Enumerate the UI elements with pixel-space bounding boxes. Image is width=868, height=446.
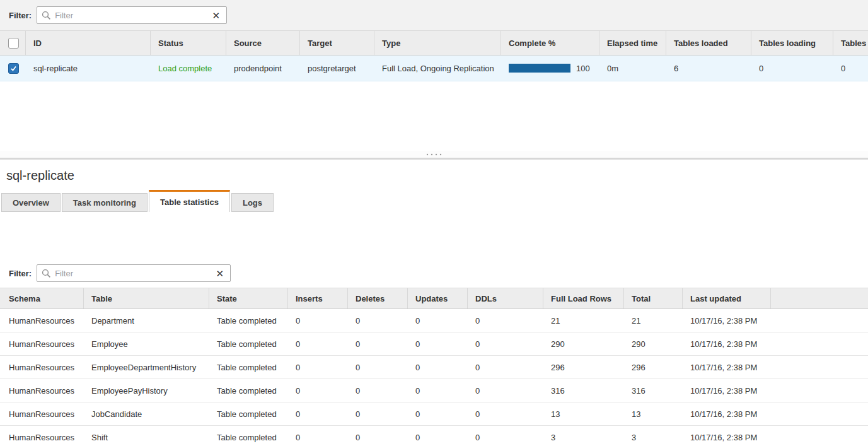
cell-total: 3 [623,433,682,442]
dms-console: Filter: ✕ ID Status Source Target Type C… [0,0,868,446]
detail-tabs: Overview Task monitoring Table statistic… [0,190,868,212]
tab-content-gap [0,212,868,259]
cell-state: Table completed [209,339,287,349]
task-complete-cell: 100 [501,64,599,73]
search-icon [42,11,51,20]
column-header-state[interactable]: State [209,288,287,308]
column-header-schema[interactable]: Schema [0,288,83,308]
tasks-filter-clear-icon[interactable]: ✕ [206,11,227,20]
cell-schema: HumanResources [0,316,83,326]
table-row[interactable]: HumanResources Employee Table completed … [0,332,868,356]
cell-ddls: 0 [467,316,543,326]
column-header-total[interactable]: Total [623,288,682,308]
task-type: Full Load, Ongoing Replication [374,64,501,73]
stats-filter-clear-icon[interactable]: ✕ [210,269,231,278]
table-row[interactable]: HumanResources Shift Table completed 0 0… [0,426,868,446]
task-source: prodendpoint [226,64,299,73]
progress-bar [509,64,570,73]
splitter-handle-icon [426,153,443,156]
tab-table-statistics[interactable]: Table statistics [149,190,230,212]
tab-logs[interactable]: Logs [231,193,274,212]
cell-schema: HumanResources [0,363,83,372]
tasks-filter-box: ✕ [37,6,227,24]
cell-inserts: 0 [287,363,347,372]
select-all-checkbox[interactable] [8,38,19,49]
detail-title: sql-replicate [0,160,868,190]
cell-full-load-rows: 316 [543,386,623,396]
task-tables-loaded: 6 [666,64,751,73]
task-row[interactable]: sql-replicate Load complete prodendpoint… [0,56,868,81]
column-header-tables-loaded[interactable]: Tables loaded [666,31,751,55]
table-row[interactable]: HumanResources Department Table complete… [0,309,868,332]
column-header-empty [770,288,868,308]
row-checkbox-cell [0,63,25,74]
column-header-updates[interactable]: Updates [407,288,467,308]
column-header-complete[interactable]: Complete % [501,31,599,55]
cell-deletes: 0 [347,339,407,349]
tasks-filter-bar: Filter: ✕ [0,0,868,30]
column-header-source[interactable]: Source [226,31,299,55]
column-header-id[interactable]: ID [25,31,150,55]
column-header-type[interactable]: Type [374,31,501,55]
cell-deletes: 0 [347,363,407,372]
cell-deletes: 0 [347,316,407,326]
column-header-status[interactable]: Status [150,31,226,55]
pane-splitter[interactable] [0,151,868,160]
column-header-ddls[interactable]: DDLs [467,288,543,308]
search-icon [42,269,51,278]
row-checkbox[interactable] [8,63,19,74]
cell-ddls: 0 [467,363,543,372]
task-elapsed-time: 0m [599,64,666,73]
tab-task-monitoring[interactable]: Task monitoring [62,193,148,212]
column-header-elapsed-time[interactable]: Elapsed time [599,31,666,55]
check-icon [10,65,17,72]
stats-filter-input[interactable] [51,269,209,278]
cell-full-load-rows: 290 [543,339,623,349]
cell-updates: 0 [407,409,467,419]
tab-overview[interactable]: Overview [1,193,61,212]
cell-table: Employee [83,339,209,349]
table-row[interactable]: HumanResources JobCandidate Table comple… [0,402,868,426]
column-header-deletes[interactable]: Deletes [347,288,407,308]
cell-ddls: 0 [467,433,543,442]
cell-total: 296 [623,363,682,372]
cell-last-updated: 10/17/16, 2:38 PM [682,433,770,442]
stats-filter-box: ✕ [37,264,231,282]
cell-table: EmployeeDepartmentHistory [83,363,209,372]
cell-state: Table completed [209,433,287,442]
cell-last-updated: 10/17/16, 2:38 PM [682,316,770,326]
cell-inserts: 0 [287,409,347,419]
column-header-full-load-rows[interactable]: Full Load Rows [543,288,623,308]
cell-updates: 0 [407,433,467,442]
cell-last-updated: 10/17/16, 2:38 PM [682,409,770,419]
stats-filter-bar: Filter: ✕ [0,259,868,288]
cell-table: EmployeePayHistory [83,386,209,396]
cell-total: 290 [623,339,682,349]
column-header-tables-loading[interactable]: Tables loading [751,31,833,55]
cell-last-updated: 10/17/16, 2:38 PM [682,363,770,372]
cell-last-updated: 10/17/16, 2:38 PM [682,339,770,349]
cell-ddls: 0 [467,409,543,419]
stats-table-header: Schema Table State Inserts Deletes Updat… [0,288,868,309]
cell-updates: 0 [407,339,467,349]
cell-updates: 0 [407,386,467,396]
cell-table: Department [83,316,209,326]
cell-ddls: 0 [467,339,543,349]
progress-value: 100 [576,64,590,73]
column-header-table[interactable]: Table [83,288,209,308]
cell-full-load-rows: 13 [543,409,623,419]
table-row[interactable]: HumanResources EmployeeDepartmentHistory… [0,356,868,379]
cell-deletes: 0 [347,433,407,442]
task-id: sql-replicate [25,64,150,73]
column-header-tables[interactable]: Tables [833,31,868,55]
tasks-filter-label: Filter: [9,11,32,20]
cell-state: Table completed [209,409,287,419]
tasks-filter-input[interactable] [51,11,205,20]
cell-full-load-rows: 3 [543,433,623,442]
table-row[interactable]: HumanResources EmployeePayHistory Table … [0,379,868,402]
column-header-target[interactable]: Target [299,31,374,55]
column-header-last-updated[interactable]: Last updated [682,288,770,308]
cell-full-load-rows: 296 [543,363,623,372]
task-status: Load complete [150,64,226,73]
column-header-inserts[interactable]: Inserts [287,288,347,308]
